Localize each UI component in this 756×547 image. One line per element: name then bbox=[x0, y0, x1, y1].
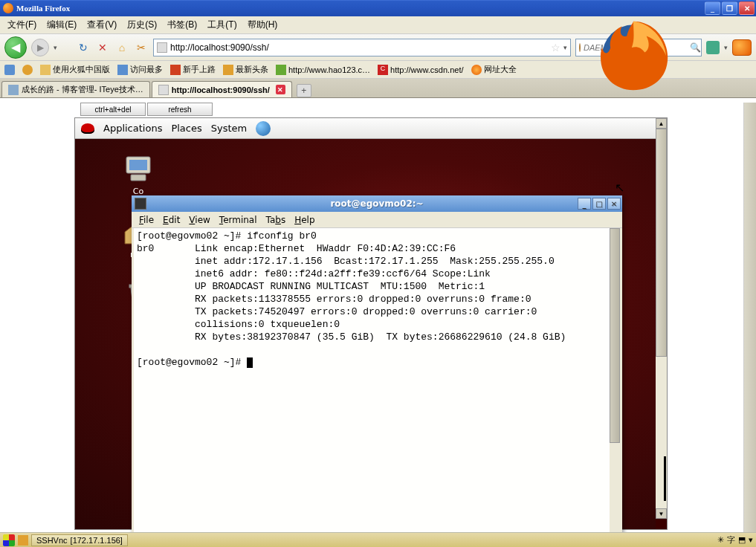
bookmark-icon[interactable] bbox=[22, 65, 33, 75]
scroll-down-button[interactable]: ▼ bbox=[656, 508, 667, 519]
stop-button[interactable]: ✕ bbox=[95, 40, 110, 55]
tray-icon[interactable]: 字 bbox=[727, 534, 735, 546]
bookmark-item[interactable]: 新手上路 bbox=[170, 64, 216, 75]
desktop-icon-computer[interactable]: Co bbox=[112, 154, 164, 196]
firefox-menubar: 文件(F) 编辑(E) 查看(V) 历史(S) 书签(B) 工具(T) 帮助(H… bbox=[0, 16, 756, 34]
search-box[interactable]: 🔍 bbox=[575, 39, 702, 56]
terminal-close-button[interactable]: ✕ bbox=[607, 198, 621, 210]
terminal-menu-tabs[interactable]: Tabs bbox=[263, 215, 289, 225]
tab-active[interactable]: http://localhost:9090/ssh/ ✕ bbox=[152, 81, 292, 97]
terminal-window[interactable]: root@egovmo02:~ _ □ ✕ File Edit View Ter… bbox=[132, 195, 622, 532]
menu-file[interactable]: 文件(F) bbox=[4, 17, 39, 33]
terminal-title: root@egovmo02:~ bbox=[330, 198, 423, 209]
terminal-menu-help[interactable]: Help bbox=[291, 215, 317, 225]
tab[interactable]: 成长的路 - 博客管理- ITeye技术… bbox=[1, 81, 150, 97]
ctrl-alt-del-button[interactable]: ctrl+alt+del bbox=[80, 103, 146, 116]
address-bar[interactable]: ☆ ▾ bbox=[153, 39, 571, 56]
addon-button[interactable] bbox=[706, 41, 720, 54]
menu-view[interactable]: 查看(V) bbox=[84, 17, 120, 33]
firefox-icon bbox=[3, 3, 13, 13]
menu-help[interactable]: 帮助(H) bbox=[245, 17, 281, 33]
terminal-minimize-button[interactable]: _ bbox=[578, 198, 591, 210]
taskbar-item[interactable]: SSHVnc [172.17.1.156] bbox=[31, 534, 128, 546]
terminal-icon bbox=[135, 198, 146, 210]
gnome-applications-menu[interactable]: Applications bbox=[103, 123, 162, 134]
window-close-button[interactable]: ✕ bbox=[739, 1, 755, 15]
window-title: Mozilla Firefox bbox=[16, 4, 70, 13]
menu-tools[interactable]: 工具(T) bbox=[204, 17, 239, 33]
terminal-titlebar[interactable]: root@egovmo02:~ _ □ ✕ bbox=[132, 195, 622, 212]
bookmark-item[interactable]: 访问最多 bbox=[117, 64, 163, 75]
bookmark-icon[interactable] bbox=[4, 65, 15, 75]
tab-label: 成长的路 - 博客管理- ITeye技术… bbox=[22, 84, 143, 95]
search-go-icon[interactable]: 🔍 bbox=[690, 42, 701, 53]
search-engine-icon[interactable] bbox=[579, 43, 581, 52]
tab-label: http://localhost:9090/ssh/ bbox=[172, 85, 270, 94]
scroll-up-button[interactable]: ▲ bbox=[656, 118, 667, 129]
tab-close-button[interactable]: ✕ bbox=[276, 85, 285, 94]
forward-button[interactable]: ▶ bbox=[31, 39, 49, 56]
terminal-body[interactable]: [root@egovmo02 ~]# ifconfig br0 br0 Link… bbox=[134, 228, 620, 532]
cut-icon[interactable]: ✂ bbox=[134, 40, 149, 55]
tab-bar: 成长的路 - 博客管理- ITeye技术… http://localhost:9… bbox=[0, 79, 756, 98]
menu-edit[interactable]: 编辑(E) bbox=[44, 17, 80, 33]
page-identity-icon bbox=[157, 42, 167, 53]
redhat-icon[interactable] bbox=[81, 123, 94, 134]
new-tab-button[interactable]: + bbox=[297, 84, 311, 97]
tray-icon[interactable]: ✳ bbox=[717, 535, 724, 545]
gnome-panel: Applications Places System bbox=[75, 118, 656, 139]
bookmark-item[interactable]: 使用火狐中国版 bbox=[40, 64, 110, 75]
search-input[interactable] bbox=[584, 43, 687, 52]
task-label: SSHVnc bbox=[36, 536, 68, 545]
menu-history[interactable]: 历史(S) bbox=[124, 17, 160, 33]
window-minimize-button[interactable]: _ bbox=[705, 1, 720, 15]
tray-icon[interactable]: ⬒ bbox=[738, 535, 746, 545]
quicklaunch-icon[interactable] bbox=[18, 535, 28, 546]
start-button[interactable] bbox=[3, 534, 15, 546]
terminal-menu-terminal[interactable]: Terminal bbox=[216, 215, 260, 225]
page-scrollbar[interactable] bbox=[743, 103, 756, 532]
terminal-output: [root@egovmo02 ~]# ifconfig br0 br0 Link… bbox=[137, 230, 566, 368]
window-maximize-button[interactable]: ❐ bbox=[722, 1, 737, 15]
windows-taskbar: SSHVnc [172.17.1.156] ✳ 字 ⬒ ▾ bbox=[0, 532, 756, 547]
task-ip: [172.17.1.156] bbox=[71, 536, 123, 545]
tab-favicon bbox=[158, 85, 169, 95]
reload-button[interactable]: ↻ bbox=[76, 40, 91, 55]
bookmark-star-icon[interactable]: ☆ bbox=[551, 42, 560, 54]
bookmarks-toolbar: 使用火狐中国版 访问最多 新手上路 最新头条 http://www.hao123… bbox=[0, 61, 756, 79]
tab-favicon bbox=[8, 85, 19, 95]
terminal-cursor bbox=[247, 357, 253, 368]
window-titlebar: Mozilla Firefox _ ❐ ✕ bbox=[0, 0, 756, 16]
system-tray: ✳ 字 ⬒ ▾ bbox=[717, 534, 753, 546]
vnc-toolbar: ctrl+alt+del refresh bbox=[80, 103, 214, 117]
url-dropdown[interactable]: ▾ bbox=[563, 44, 567, 51]
history-dropdown[interactable]: ▾ bbox=[54, 44, 62, 51]
scroll-thumb[interactable] bbox=[656, 129, 667, 357]
remote-desktop-background[interactable]: Co root root@egovmo02:~ _ □ ✕ bbox=[75, 139, 656, 529]
terminal-menu-edit[interactable]: Edit bbox=[160, 215, 183, 225]
terminal-menu-file[interactable]: File bbox=[136, 215, 157, 225]
remote-edge bbox=[664, 456, 666, 501]
terminal-menubar: File Edit View Terminal Tabs Help bbox=[132, 212, 622, 228]
url-input[interactable] bbox=[170, 42, 548, 53]
page-content: ctrl+alt+del refresh ▲ ▼ Applications Pl… bbox=[0, 103, 756, 532]
remote-desktop[interactable]: ▲ ▼ Applications Places System Co root bbox=[74, 117, 668, 530]
bookmark-item[interactable]: http://www.hao123.c… bbox=[276, 65, 370, 75]
refresh-button[interactable]: refresh bbox=[147, 103, 213, 116]
terminal-maximize-button[interactable]: □ bbox=[592, 198, 606, 210]
gnome-browser-icon[interactable] bbox=[256, 121, 271, 136]
nav-toolbar: ◀ ▶ ▾ ↻ ✕ ⌂ ✂ ☆ ▾ 🔍 ▾ bbox=[0, 34, 756, 61]
bookmark-item[interactable]: 网址大全 bbox=[471, 64, 517, 75]
svg-rect-2 bbox=[129, 160, 147, 170]
addon-dropdown[interactable]: ▾ bbox=[724, 44, 728, 51]
menu-bookmarks[interactable]: 书签(B) bbox=[164, 17, 200, 33]
gnome-places-menu[interactable]: Places bbox=[171, 123, 201, 134]
terminal-scrollbar[interactable] bbox=[610, 228, 620, 532]
back-button[interactable]: ◀ bbox=[4, 36, 27, 59]
terminal-menu-view[interactable]: View bbox=[186, 215, 213, 225]
home-button[interactable]: ⌂ bbox=[114, 40, 129, 55]
gnome-system-menu[interactable]: System bbox=[211, 123, 247, 134]
bookmark-item[interactable]: 最新头条 bbox=[223, 64, 268, 75]
bookmark-item[interactable]: Chttp://www.csdn.net/ bbox=[378, 65, 463, 75]
tray-icon[interactable]: ▾ bbox=[749, 535, 753, 545]
